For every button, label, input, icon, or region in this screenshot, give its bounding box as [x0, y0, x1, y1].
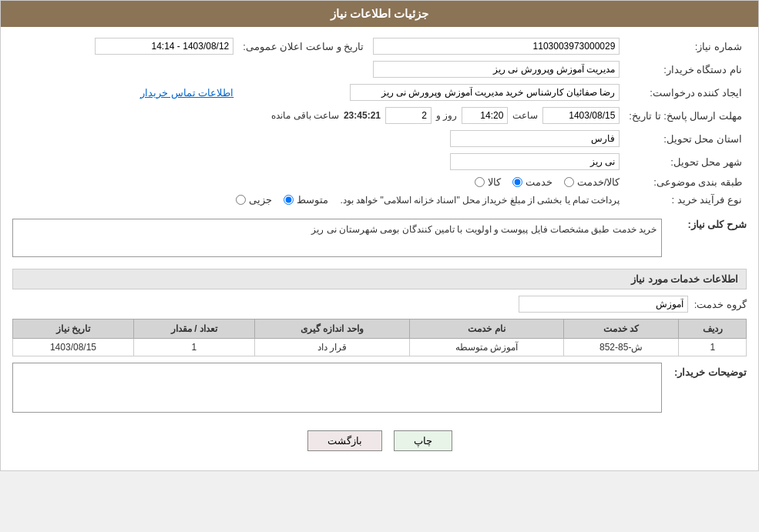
col-quantity: تعداد / مقدار	[133, 320, 254, 339]
purchase-motavasset-label: متوسط	[297, 194, 328, 206]
need-number-input[interactable]	[373, 38, 620, 55]
category-kala-radio[interactable]	[475, 177, 485, 187]
buyer-org-label: نام دستگاه خریدار:	[624, 58, 747, 81]
deadline-time-label: ساعت	[512, 110, 538, 121]
cell-service-code: ش-85-852	[563, 339, 678, 356]
table-row: 1 ش-85-852 آموزش متوسطه قرار داد 1 1403/…	[13, 339, 747, 356]
contact-link[interactable]: اطلاعات تماس خریدار	[140, 87, 233, 99]
remarks-label: توضیحات خریدار:	[670, 363, 747, 378]
main-info-table: شماره نیاز: تاریخ و ساعت اعلان عمومی: نا…	[12, 35, 747, 209]
cell-service-name: آموزش متوسطه	[409, 339, 563, 356]
category-label: طبقه بندی موضوعی:	[624, 173, 747, 191]
cell-row-num: 1	[679, 339, 747, 356]
services-section-title: اطلاعات خدمات مورد نیاز	[12, 269, 747, 289]
process-note: پرداخت تمام یا بخشی از مبلغ خریداز محل "…	[340, 195, 620, 206]
purchase-jozii-label: جزیی	[249, 194, 272, 206]
category-kala-khadamat-item[interactable]: کالا/خدمت	[564, 176, 620, 188]
category-kala-item[interactable]: کالا	[475, 176, 501, 188]
description-text: خرید خدمت طبق مشخصات فایل پیوست و اولویت…	[311, 224, 657, 235]
purchase-type-label: نوع فرآیند خرید :	[624, 191, 747, 209]
service-group-label: گروه خدمت:	[694, 299, 747, 310]
remaining-label: ساعت باقی مانده	[271, 110, 339, 121]
back-button[interactable]: بازگشت	[307, 430, 382, 451]
need-number-label: شماره نیاز:	[624, 35, 747, 58]
deadline-days-label: روز و	[436, 110, 457, 121]
description-box: خرید خدمت طبق مشخصات فایل پیوست و اولویت…	[12, 219, 662, 257]
category-radio-group: کالا/خدمت خدمت کالا	[17, 176, 620, 188]
service-group-input[interactable]	[519, 296, 688, 313]
deadline-date-input[interactable]	[542, 107, 620, 124]
page-header: جزئیات اطلاعات نیاز	[1, 1, 758, 27]
purchase-jozii-item[interactable]: جزیی	[236, 194, 272, 206]
bottom-buttons: چاپ بازگشت	[12, 419, 747, 463]
cell-quantity: 1	[133, 339, 254, 356]
remarks-row: توضیحات خریدار:	[12, 363, 747, 413]
service-group-row: گروه خدمت:	[12, 296, 747, 313]
category-kala-label: کالا	[488, 176, 501, 188]
requester-label: ایجاد کننده درخواست:	[624, 81, 747, 104]
remaining-time-display: 23:45:21	[344, 110, 381, 121]
purchase-motavasset-item[interactable]: متوسط	[284, 194, 328, 206]
category-kala-khadamat-label: کالا/خدمت	[577, 176, 620, 188]
province-input[interactable]	[450, 130, 620, 147]
announce-input[interactable]	[95, 38, 233, 55]
col-service-name: نام خدمت	[409, 320, 563, 339]
category-kala-khadamat-radio[interactable]	[564, 177, 574, 187]
category-khadamat-item[interactable]: خدمت	[512, 176, 552, 188]
city-input[interactable]	[450, 153, 620, 170]
col-service-code: کد خدمت	[563, 320, 678, 339]
response-deadline-label: مهلت ارسال پاسخ: تا تاریخ:	[624, 104, 747, 127]
services-table: ردیف کد خدمت نام خدمت واحد اندازه گیری ت…	[12, 319, 747, 356]
cell-unit: قرار داد	[254, 339, 409, 356]
category-khadamat-label: خدمت	[526, 176, 552, 188]
province-label: استان محل تحویل:	[624, 127, 747, 150]
cell-date: 1403/08/15	[13, 339, 134, 356]
purchase-jozii-radio[interactable]	[236, 195, 246, 205]
description-label: شرح کلی نیاز:	[670, 215, 747, 230]
purchase-motavasset-radio[interactable]	[284, 195, 294, 205]
buyer-org-input[interactable]	[373, 61, 620, 78]
col-unit: واحد اندازه گیری	[254, 320, 409, 339]
print-button[interactable]: چاپ	[394, 430, 452, 451]
deadline-days-input[interactable]	[385, 107, 432, 124]
purchase-type-radio-group: پرداخت تمام یا بخشی از مبلغ خریداز محل "…	[17, 194, 620, 206]
col-row-num: ردیف	[679, 320, 747, 339]
city-label: شهر محل تحویل:	[624, 150, 747, 173]
deadline-time-input[interactable]	[462, 107, 508, 124]
requester-input[interactable]	[350, 84, 620, 101]
announce-label: تاریخ و ساعت اعلان عمومی:	[238, 35, 368, 58]
category-khadamat-radio[interactable]	[512, 177, 522, 187]
remarks-box	[12, 363, 662, 413]
col-date: تاریخ نیاز	[13, 320, 134, 339]
